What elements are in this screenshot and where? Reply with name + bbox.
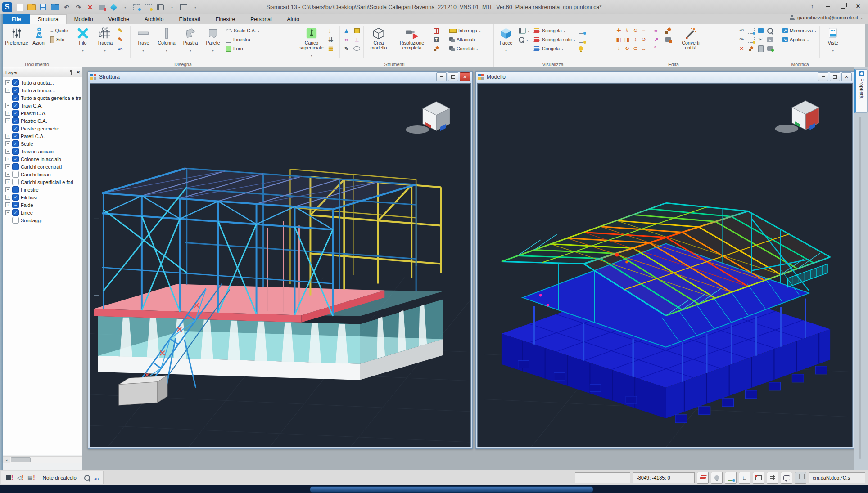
struttura-close-button[interactable] [460,72,470,81]
expand-icon[interactable] [5,118,10,123]
expand-icon[interactable] [5,111,10,116]
redo-edit-icon[interactable] [738,36,746,44]
expand-icon[interactable] [5,157,10,161]
warning-report-icon[interactable] [27,475,35,480]
layer-checkbox[interactable] [12,209,19,216]
tab-file[interactable]: File [3,14,30,24]
edit-pencil-button[interactable] [117,35,128,44]
layer-row[interactable]: Tutto a quota... [3,79,82,86]
modello-maximize-button[interactable] [830,72,840,81]
line-load-button[interactable] [327,35,337,44]
explode-button[interactable] [653,35,663,44]
scroll-left-icon[interactable] [3,457,10,463]
filo-button[interactable]: Filo [73,25,93,54]
layer-row[interactable]: Carichi concentrati [3,163,82,170]
ortho-toggle-button[interactable] [739,472,750,484]
crea-modello-button[interactable]: Crea modello [366,25,391,50]
tab-elaborati[interactable]: Elaborati [171,14,208,24]
sketch-button[interactable] [343,45,350,53]
status-ab-icon[interactable] [94,474,99,482]
offset-tool-icon[interactable] [632,45,639,53]
grid-toggle-button[interactable] [767,472,778,484]
extend-tool-icon[interactable] [640,45,648,53]
traccia-button[interactable]: Traccia [94,25,116,54]
layer-checkbox[interactable] [12,194,19,201]
clean-icon[interactable] [747,45,755,53]
layer-checkbox[interactable] [12,156,19,162]
match-properties-button[interactable] [665,35,675,44]
expand-icon[interactable] [5,88,10,93]
cut-icon[interactable] [757,36,764,44]
3d-mode-toggle-button[interactable] [795,472,806,484]
layer-checkbox[interactable] [12,102,19,109]
layer-panel-hscrollbar[interactable] [3,456,82,463]
layer-checkbox[interactable] [12,171,19,178]
expand-icon[interactable] [5,80,10,85]
layer-checkbox[interactable] [12,163,19,170]
ribbon-pin-button[interactable] [806,2,818,11]
layer-row[interactable]: Piastre generiche [3,125,82,132]
layer-row[interactable]: Scale [3,140,82,148]
image-icon[interactable] [766,36,774,44]
tab-finestre[interactable]: Finestre [208,14,243,24]
point-load-button[interactable] [327,26,337,35]
expand-icon[interactable] [5,187,10,192]
snapshot-icon[interactable] [766,45,774,53]
trave-button[interactable]: Trave [133,25,154,54]
layer-row[interactable]: Carichi superficiali e fori [3,178,82,186]
parete-button[interactable]: Parete [203,25,223,54]
select-points-icon[interactable] [747,36,755,44]
layer-row[interactable]: Tutto a tronco... [3,86,82,94]
viste-button[interactable]: Viste [822,25,844,54]
show-selection-button[interactable] [578,26,589,35]
draw-pencil-button[interactable] [117,26,128,35]
open-project-icon[interactable] [51,3,59,11]
layer-checkbox[interactable] [12,133,19,139]
layer-row[interactable]: Piastre C.A. [3,117,82,125]
risoluzione-completa-button[interactable]: Risoluzione completa [393,25,431,50]
support-button[interactable] [343,27,350,35]
mirror-tool-icon[interactable] [615,36,623,44]
trim-tool-icon[interactable] [640,27,648,35]
zoom-menu-button[interactable] [518,35,531,44]
layer-row[interactable]: Sondaggi [3,216,82,224]
tab-personal[interactable]: Personal [243,14,279,24]
layer-row[interactable]: Falde [3,201,82,209]
quote-button[interactable]: Quote [50,26,69,35]
layer-row[interactable]: Pareti C.A. [3,132,82,140]
layer-checkbox[interactable] [12,217,19,224]
foro-button[interactable]: Foro [225,44,261,53]
mesh-button[interactable] [433,26,443,35]
drop-tool-icon[interactable] [615,45,623,53]
layers-toggle-button[interactable] [697,472,709,484]
tab-aiuto[interactable]: Aiuto [280,14,307,24]
modello-minimize-button[interactable] [818,72,828,81]
modello-window-titlebar[interactable]: Modello [476,72,854,82]
struttura-viewport[interactable] [90,83,471,447]
facce-button[interactable]: Facce [496,25,516,54]
layer-checkbox[interactable] [12,117,19,124]
link-button[interactable] [343,36,350,44]
sito-button[interactable]: Sito [50,35,69,44]
restore-button[interactable] [836,2,849,11]
snap-toggle-button[interactable] [753,472,764,484]
correlati-button[interactable]: Correlati [448,44,482,53]
add-selection-toggle-button[interactable] [725,472,737,484]
finestra-button[interactable]: Finestra [225,35,261,44]
load-list-button[interactable] [327,44,337,53]
colonna-button[interactable]: Colonna [155,25,178,54]
expand-icon[interactable] [5,195,10,200]
label-ab-button[interactable] [117,44,128,53]
mask-icon[interactable] [757,27,764,35]
layer-row[interactable]: Colonne in acciaio [3,155,82,163]
layer-checkbox[interactable] [12,125,19,132]
paint-properties-button[interactable] [665,26,675,35]
converti-entita-button[interactable]: Converti entità [677,25,705,50]
fixed-support-button[interactable] [353,27,360,35]
open-folder-icon[interactable] [27,3,36,11]
app-logo-icon[interactable] [2,2,12,12]
layer-row[interactable]: Finestre [3,186,82,193]
move-tool-icon[interactable] [615,27,623,35]
layer-panel-header[interactable]: Layer [3,67,82,77]
layer-checkbox[interactable] [12,79,19,86]
